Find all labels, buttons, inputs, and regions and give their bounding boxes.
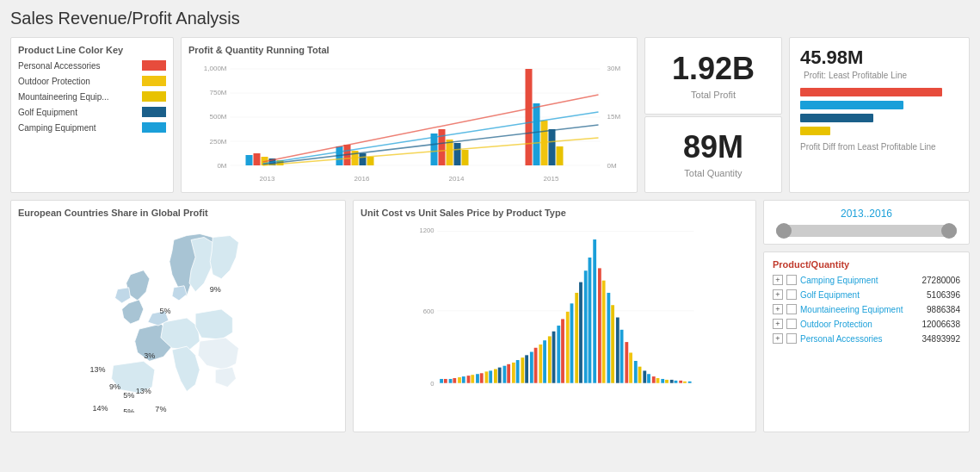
color-key-title: Product Line Color Key bbox=[18, 45, 166, 55]
svg-rect-114 bbox=[688, 382, 692, 383]
svg-rect-17 bbox=[246, 155, 253, 165]
profit-chart-area: 1,000M 750M 500M 250M 0M 30M 15M 0M bbox=[188, 60, 630, 185]
product-quantity-row: + Personal Accessories 34893992 bbox=[773, 333, 960, 344]
pq-checkbox[interactable] bbox=[786, 319, 797, 329]
slider-track[interactable] bbox=[776, 225, 957, 237]
page-title: Sales Revenue/Profit Analysis bbox=[10, 9, 970, 28]
svg-text:250M: 250M bbox=[209, 138, 226, 146]
slider-handle-left[interactable] bbox=[776, 223, 792, 239]
svg-text:0M: 0M bbox=[217, 162, 226, 170]
svg-rect-98 bbox=[616, 318, 619, 383]
color-key-item: Personal Accessories bbox=[18, 60, 166, 71]
kpi-quantity-label: Total Quantity bbox=[684, 168, 742, 178]
svg-rect-66 bbox=[471, 375, 474, 383]
svg-rect-73 bbox=[503, 366, 507, 383]
pq-product-name: Mountaineering Equipment bbox=[800, 305, 909, 314]
pq-product-value: 27280006 bbox=[913, 276, 960, 285]
svg-text:13%: 13% bbox=[136, 387, 151, 395]
profit-chart-title: Profit & Quantity Running Total bbox=[188, 45, 630, 55]
profit-diff-bar bbox=[800, 101, 903, 109]
kpi-profit-value: 1.92B bbox=[672, 52, 755, 86]
unit-cost-svg: 1200 600 0 bbox=[361, 223, 749, 395]
svg-rect-84 bbox=[552, 332, 556, 383]
pq-expand-btn[interactable]: + bbox=[773, 275, 783, 285]
svg-rect-101 bbox=[629, 352, 632, 382]
svg-rect-88 bbox=[570, 303, 574, 382]
pq-product-value: 9886384 bbox=[913, 305, 960, 314]
svg-rect-65 bbox=[467, 376, 471, 383]
svg-rect-70 bbox=[489, 370, 492, 382]
svg-rect-81 bbox=[539, 345, 542, 383]
color-key-item: Golf Equipment bbox=[18, 107, 166, 117]
svg-rect-109 bbox=[665, 380, 669, 383]
svg-text:5%: 5% bbox=[123, 407, 134, 413]
product-quantity-card: Product/Quantity + Camping Equipment 272… bbox=[763, 252, 970, 432]
dashboard: Sales Revenue/Profit Analysis Product Li… bbox=[0, 0, 980, 472]
svg-rect-102 bbox=[634, 361, 638, 383]
pq-checkbox[interactable] bbox=[786, 289, 797, 300]
svg-text:9%: 9% bbox=[210, 285, 221, 294]
svg-rect-111 bbox=[675, 381, 678, 383]
color-key-card: Product Line Color Key Personal Accessor… bbox=[10, 37, 174, 193]
unit-cost-title: Unit Cost vs Unit Sales Price by Product… bbox=[361, 208, 749, 218]
pq-product-name: Personal Accessories bbox=[800, 334, 909, 344]
pq-product-value: 12006638 bbox=[913, 320, 960, 329]
svg-rect-28 bbox=[439, 129, 446, 165]
pq-checkbox[interactable] bbox=[786, 275, 797, 285]
profit-diff-bar bbox=[800, 88, 942, 96]
svg-rect-103 bbox=[638, 367, 642, 383]
profit-diff-bar bbox=[800, 127, 830, 135]
svg-rect-26 bbox=[367, 157, 374, 165]
svg-rect-33 bbox=[533, 103, 540, 165]
svg-text:5%: 5% bbox=[159, 307, 170, 315]
svg-rect-87 bbox=[566, 312, 570, 383]
svg-rect-96 bbox=[607, 293, 610, 383]
slider-handle-right[interactable] bbox=[941, 223, 957, 239]
europe-title: European Countries Share in Global Profi… bbox=[18, 208, 338, 218]
svg-rect-31 bbox=[462, 150, 469, 165]
color-key-item: Camping Equipment bbox=[18, 122, 166, 133]
svg-rect-60 bbox=[444, 379, 447, 383]
svg-text:0M: 0M bbox=[607, 162, 617, 170]
europe-map-svg: 5% 9% 3% 13% 9% 5% 13% 14% 5% 7% 9% 8% bbox=[18, 223, 338, 413]
pq-product-value: 34893992 bbox=[913, 334, 960, 344]
color-key-item-label: Mountaineering Equip... bbox=[18, 92, 137, 102]
color-key-item-label: Personal Accessories bbox=[18, 61, 137, 71]
profit-diff-bars bbox=[800, 88, 958, 135]
profit-diff-header: 45.98M Profit: Least Profitable Line bbox=[800, 47, 958, 81]
svg-text:14%: 14% bbox=[92, 404, 108, 413]
color-key-item-label: Outdoor Protection bbox=[18, 77, 137, 86]
profit-diff-subtitle: Profit: Least Profitable Line bbox=[804, 71, 907, 80]
bottom-row: European Countries Share in Global Profi… bbox=[10, 200, 970, 432]
europe-card: European Countries Share in Global Profi… bbox=[10, 200, 346, 432]
svg-rect-95 bbox=[602, 281, 606, 383]
pq-product-name: Camping Equipment bbox=[800, 276, 909, 285]
profit-chart-card: Profit & Quantity Running Total 1,000M 7… bbox=[181, 37, 638, 193]
svg-rect-110 bbox=[670, 380, 674, 383]
svg-rect-64 bbox=[462, 376, 465, 383]
svg-rect-93 bbox=[593, 239, 596, 383]
color-key-swatch bbox=[142, 76, 166, 86]
svg-text:1200: 1200 bbox=[420, 227, 435, 234]
unit-cost-card: Unit Cost vs Unit Sales Price by Product… bbox=[353, 200, 756, 432]
kpi-profit-card: 1.92B Total Profit bbox=[644, 37, 782, 115]
pq-expand-btn[interactable]: + bbox=[773, 333, 783, 344]
pq-checkbox[interactable] bbox=[786, 304, 797, 314]
slider-fill bbox=[776, 225, 957, 237]
svg-rect-18 bbox=[254, 153, 261, 165]
svg-text:9%: 9% bbox=[109, 382, 120, 391]
svg-rect-25 bbox=[360, 153, 367, 165]
pq-expand-btn[interactable]: + bbox=[773, 304, 783, 314]
color-key-item-label: Golf Equipment bbox=[18, 108, 137, 117]
pq-product-value: 5106396 bbox=[913, 290, 960, 300]
pq-expand-btn[interactable]: + bbox=[773, 319, 783, 329]
svg-rect-112 bbox=[679, 381, 682, 383]
product-quantity-row: + Camping Equipment 27280006 bbox=[773, 275, 960, 285]
kpi-column: 1.92B Total Profit 89M Total Quantity bbox=[644, 37, 782, 193]
pq-expand-btn[interactable]: + bbox=[773, 289, 783, 300]
svg-text:750M: 750M bbox=[209, 89, 226, 96]
svg-rect-105 bbox=[647, 374, 650, 382]
pq-checkbox[interactable] bbox=[786, 333, 797, 344]
profit-diff-value: 45.98M bbox=[800, 47, 863, 69]
svg-rect-29 bbox=[447, 140, 453, 165]
